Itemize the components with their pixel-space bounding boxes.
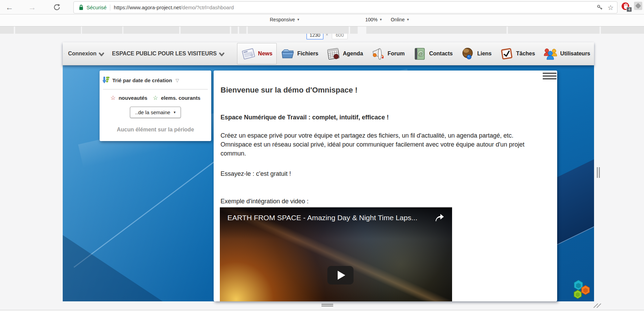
browser-toolbar: ← → Sécurisé https://www.agora-project.n… (0, 0, 644, 14)
article-title: Bienvenue sur la démo d'Omnispace ! (221, 86, 358, 95)
sort-dropdown[interactable]: Trié par date de création ▽ (100, 71, 211, 88)
bookmark-star-icon[interactable]: ☆ (607, 4, 614, 11)
bookmark-item[interactable] (601, 26, 644, 34)
device-type-label: Responsive (270, 17, 295, 22)
tab-agenda[interactable]: Agenda (322, 43, 367, 64)
bookmark-item[interactable] (231, 26, 238, 34)
bookmark-item[interactable] (239, 26, 246, 34)
acrobat-extension-icon[interactable] (634, 2, 642, 10)
article-body: Créez un espace privé pour votre équipe … (221, 131, 544, 158)
youtube-embed[interactable]: EARTH FROM SPACE - Amazing Day & Night T… (220, 207, 452, 301)
reload-icon (53, 3, 61, 11)
password-key-icon[interactable] (597, 4, 603, 10)
address-book-icon: @ (412, 46, 427, 61)
sort-icon (102, 76, 110, 84)
svg-text:@: @ (419, 51, 423, 56)
green-star-icon: ☆ (153, 95, 158, 101)
widget-divider (103, 89, 208, 89)
article-cta: Essayez-le : c'est gratuit ! (221, 170, 291, 178)
bookmark-item[interactable] (0, 26, 14, 34)
bookmarks-band (0, 26, 644, 34)
triangle-down-icon: ▽ (175, 78, 179, 83)
tab-label: Agenda (343, 51, 363, 57)
filter-current[interactable]: ☆ elems. courants (153, 95, 201, 101)
module-tabs: News Fichiers (237, 43, 594, 64)
viewport-resize-handle-corner[interactable] (594, 302, 602, 309)
play-button[interactable] (327, 266, 354, 285)
adblock-extension-icon[interactable]: 4 (621, 2, 630, 11)
chevron-down-icon: ▼ (297, 18, 300, 21)
acrobat-glyph (635, 3, 641, 9)
chevron-down-icon: ▼ (379, 18, 382, 21)
device-type-dropdown[interactable]: Responsive ▼ (270, 17, 300, 22)
tab-fichiers[interactable]: Fichiers (277, 43, 322, 64)
calendar-icon (326, 46, 340, 61)
folder-icon (280, 46, 295, 61)
reload-button[interactable] (52, 2, 62, 12)
sort-filter-widget: Trié par date de création ▽ ☆ nouveautés… (100, 71, 211, 141)
screenshot-root: ← → Sécurisé https://www.agora-project.n… (0, 0, 644, 311)
network-throttle-dropdown[interactable]: Online ▼ (391, 17, 409, 22)
tab-label: Liens (477, 51, 492, 57)
sort-label: Trié par date de création (112, 77, 172, 83)
bookmark-item[interactable] (82, 26, 122, 34)
bookmark-item[interactable] (366, 26, 507, 34)
agora-logo-icon[interactable] (64, 43, 64, 64)
period-select[interactable]: ..de la semaine ▾ (130, 107, 181, 118)
hamburger-icon (543, 73, 556, 74)
address-bar[interactable]: Sécurisé https://www.agora-project.net/d… (73, 1, 617, 13)
news-content-panel: Bienvenue sur la démo d'Omnispace ! Espa… (214, 71, 557, 301)
tab-label: Tâches (516, 51, 535, 57)
share-icon[interactable] (434, 213, 444, 222)
agora-logo-corner-icon (571, 278, 593, 301)
chevron-down-icon (99, 52, 104, 57)
users-icon (543, 46, 558, 61)
viewport-resize-handle-bottom[interactable] (321, 304, 333, 307)
filter-current-label: elems. courants (161, 95, 200, 101)
space-selector-menu[interactable]: ESPACE PUBLIC POUR LES VISITEURS (112, 51, 227, 57)
newspaper-icon (241, 46, 256, 61)
bookmark-item[interactable] (350, 26, 358, 34)
tab-news[interactable]: News (237, 43, 277, 64)
tab-label: News (258, 51, 273, 57)
url-divider (110, 4, 110, 11)
panel-menu-button[interactable] (543, 73, 556, 82)
filter-new[interactable]: ☆ nouveautés (111, 95, 147, 101)
connexion-menu[interactable]: Connexion (68, 51, 106, 57)
forward-button[interactable]: → (27, 2, 37, 12)
bookmark-item[interactable] (123, 26, 179, 34)
chevron-down-icon: ▾ (174, 110, 176, 115)
tab-label: Utilisateurs (560, 51, 590, 57)
empty-period-message: Aucun élément sur la période (100, 127, 211, 133)
back-button[interactable]: ← (4, 2, 14, 12)
globe-icon (460, 46, 475, 61)
network-label: Online (391, 17, 405, 22)
chevron-down-icon: ▼ (406, 18, 409, 21)
zoom-dropdown[interactable]: 100% ▼ (365, 17, 382, 22)
video-caption: Exemple d'intégration de video : (221, 198, 309, 205)
tab-label: Contacts (429, 51, 452, 57)
tab-contacts[interactable]: @ Contacts (408, 43, 456, 64)
padlock-icon (79, 4, 84, 11)
viewport-resize-handle-right[interactable] (597, 167, 600, 178)
url-path: /demo/?ctrl=dashboard (181, 4, 234, 10)
connexion-label: Connexion (68, 51, 96, 57)
video-title-gradient (220, 207, 452, 239)
url-host: https://www.agora-project.net (114, 4, 181, 10)
tab-liens[interactable]: Liens (457, 43, 495, 64)
devtools-device-toolbar: Responsive ▼ 1230 × 600 100% ▼ Online ▼ (0, 14, 644, 26)
security-label: Sécurisé (86, 4, 106, 10)
tab-taches[interactable]: Tâches (495, 43, 539, 64)
video-title[interactable]: EARTH FROM SPACE - Amazing Day & Night T… (227, 214, 427, 222)
tab-forum[interactable]: Forum (367, 43, 409, 64)
bookmark-item[interactable] (15, 26, 81, 34)
filter-new-label: nouveautés (119, 95, 147, 101)
tab-utilisateurs[interactable]: Utilisateurs (539, 43, 594, 64)
play-icon (338, 271, 345, 280)
bookmark-item[interactable] (181, 26, 230, 34)
tab-label: Fichiers (297, 51, 318, 57)
bookmark-item[interactable] (508, 26, 600, 34)
bookmark-item[interactable] (248, 26, 349, 34)
chevron-down-icon (219, 52, 225, 57)
filter-row: ☆ nouveautés ☆ elems. courants (100, 95, 211, 101)
